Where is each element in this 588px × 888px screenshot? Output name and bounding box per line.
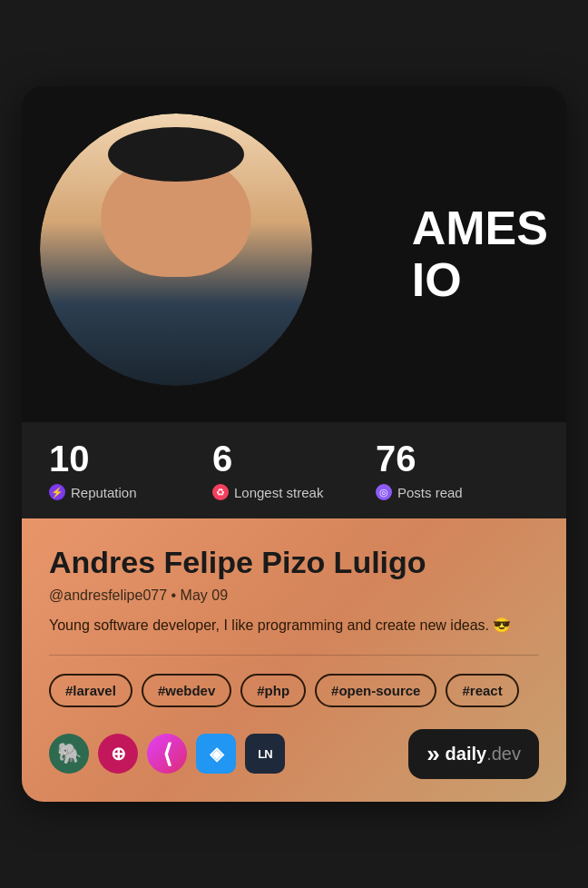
- daily-dev-badge: » daily.dev: [408, 729, 539, 779]
- avatar: [40, 113, 312, 386]
- ln-icon: LN: [245, 734, 285, 774]
- profile-card: AMES IO 10 ⚡ Reputation 6 ♻ Longest stre…: [22, 86, 566, 801]
- name-line2: IO: [412, 254, 548, 306]
- divider: [49, 655, 539, 656]
- tag-webdev[interactable]: #webdev: [142, 674, 231, 707]
- tags-container: #laravel #webdev #php #open-source #reac…: [49, 674, 539, 707]
- name-line1: AMES: [412, 202, 548, 254]
- meta-separator: •: [172, 587, 181, 603]
- profile-joined: May 09: [181, 587, 228, 603]
- stats-bar: 10 ⚡ Reputation 6 ♻ Longest streak 76 ◎ …: [22, 422, 566, 518]
- angular-icon: ⟨: [147, 734, 187, 774]
- daily-chevron-icon: »: [426, 740, 437, 768]
- tag-laravel[interactable]: #laravel: [49, 674, 132, 707]
- infinity-icon: ◈: [196, 734, 236, 774]
- posts-icon: ◎: [376, 484, 392, 500]
- profile-handle: @andresfelipe077: [49, 587, 167, 603]
- reputation-label: ⚡ Reputation: [49, 484, 212, 500]
- photo-section: AMES IO: [22, 86, 566, 422]
- reputation-icon: ⚡: [49, 484, 65, 500]
- tag-opensource[interactable]: #open-source: [315, 674, 436, 707]
- profile-section: Andres Felipe Pizo Luligo @andresfelipe0…: [22, 518, 566, 801]
- tag-php[interactable]: #php: [240, 674, 306, 707]
- elephant-icon: 🐘: [49, 734, 89, 774]
- stat-reputation: 10 ⚡ Reputation: [49, 440, 212, 500]
- tech-icons: 🐘 ⊕ ⟨ ◈ LN: [49, 734, 285, 774]
- daily-brand-text: daily.dev: [446, 744, 521, 765]
- streak-label: ♻ Longest streak: [212, 484, 376, 500]
- name-overlay: AMES IO: [412, 202, 548, 306]
- reputation-value: 10: [49, 440, 212, 477]
- streak-value: 6: [212, 440, 376, 477]
- profile-name: Andres Felipe Pizo Luligo: [49, 546, 539, 579]
- posts-label: ◎ Posts read: [376, 484, 539, 500]
- footer: 🐘 ⊕ ⟨ ◈ LN » daily.dev: [49, 729, 539, 779]
- profile-bio: Young software developer, I like program…: [49, 615, 539, 636]
- scope-icon: ⊕: [98, 734, 138, 774]
- stat-streak: 6 ♻ Longest streak: [212, 440, 376, 500]
- streak-icon: ♻: [212, 484, 229, 500]
- tag-react[interactable]: #react: [446, 674, 518, 707]
- posts-value: 76: [376, 440, 539, 477]
- stat-posts: 76 ◎ Posts read: [376, 440, 539, 500]
- profile-meta: @andresfelipe077 • May 09: [49, 587, 539, 604]
